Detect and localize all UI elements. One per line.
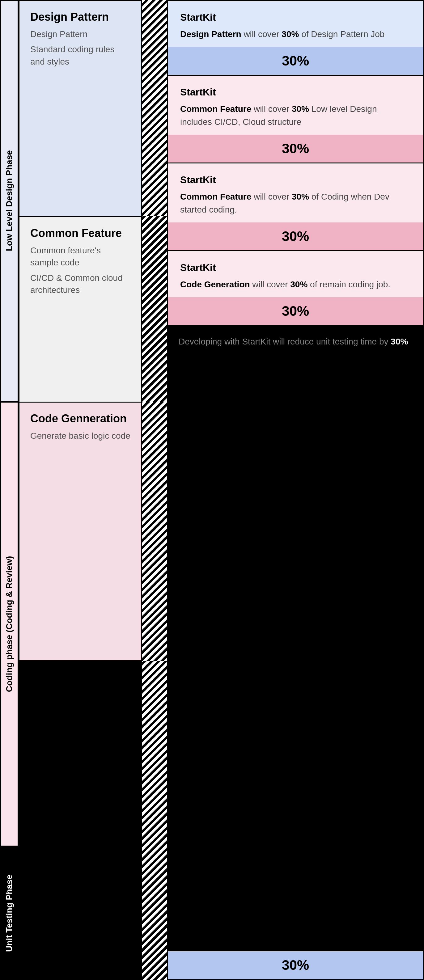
desc-design-pattern-text-area: StartKit Design Pattern will cover 30% o… — [168, 1, 423, 47]
design-pattern-card: Design Pattern Design Pattern Standard c… — [19, 0, 142, 216]
cards-column: Design Pattern Design Pattern Standard c… — [19, 0, 142, 980]
design-pattern-subtitle: Design Pattern — [30, 28, 131, 40]
desc-code-generation-text-area: StartKit Code Generation will cover 30% … — [168, 251, 423, 297]
unit-testing-spacer — [19, 661, 142, 980]
desc-common-feature-coding-text: Common Feature will cover 30% of Coding … — [180, 190, 411, 216]
desc-code-generation-percent: 30% — [290, 280, 308, 289]
desc-code-generation-percent-bar: 30% — [168, 297, 423, 325]
desc-unit-testing-bold: 30% — [391, 337, 408, 346]
stripe-divider — [142, 0, 167, 980]
code-generation-card: Code Genneration Generate basic logic co… — [19, 402, 142, 661]
desc-common-feature-coding-percent: 30% — [292, 192, 309, 201]
desc-common-feature-coding-bold: Common Feature — [180, 192, 251, 201]
desc-design-pattern-text: Design Pattern will cover 30% of Design … — [180, 28, 411, 41]
design-pattern-title: Design Pattern — [30, 10, 131, 24]
desc-design-pattern: StartKit Design Pattern will cover 30% o… — [167, 0, 424, 75]
phase-labels: Low Level Design Phase Coding phase (Cod… — [0, 0, 19, 980]
desc-unit-testing-text-area: Developing with StartKit will reduce uni… — [168, 326, 423, 951]
desc-common-feature-low-label: StartKit — [180, 86, 411, 98]
desc-unit-testing-text: Developing with StartKit will reduce uni… — [179, 335, 412, 348]
desc-common-feature-coding-percent-bar: 30% — [168, 223, 423, 250]
common-feature-title: Common Feature — [30, 226, 131, 240]
desc-design-pattern-bold: Design Pattern — [180, 29, 241, 39]
desc-unit-testing-percent-bar: 30% — [168, 951, 423, 979]
desc-common-feature-low-bold: Common Feature — [180, 104, 251, 114]
desc-common-feature-coding-label: StartKit — [180, 174, 411, 186]
desc-common-feature-low-text: Common Feature will cover 30% Low level … — [180, 103, 411, 129]
common-feature-desc: CI/CD & Common cloud architectures — [30, 272, 131, 296]
desc-code-generation: StartKit Code Generation will cover 30% … — [167, 250, 424, 325]
unit-testing-phase-label: Unit Testing Phase — [0, 846, 19, 980]
code-generation-desc: Generate basic logic code — [30, 430, 131, 442]
desc-common-feature-low-percent-bar: 30% — [168, 135, 423, 162]
common-feature-card: Common Feature Common feature's sample c… — [19, 216, 142, 402]
desc-code-generation-text: Code Generation will cover 30% of remain… — [180, 278, 411, 291]
desc-code-generation-label: StartKit — [180, 262, 411, 274]
stripe-unit — [142, 661, 167, 980]
desc-common-feature-low-percent: 30% — [292, 104, 309, 114]
page-container: Low Level Design Phase Coding phase (Cod… — [0, 0, 424, 980]
descriptions-column: StartKit Design Pattern will cover 30% o… — [167, 0, 424, 980]
desc-code-generation-bold: Code Generation — [180, 280, 250, 289]
main-content: Design Pattern Design Pattern Standard c… — [19, 0, 424, 980]
desc-common-feature-coding-text-area: StartKit Common Feature will cover 30% o… — [168, 164, 423, 223]
desc-design-pattern-label: StartKit — [180, 12, 411, 23]
low-level-phase-label: Low Level Design Phase — [0, 0, 19, 402]
design-pattern-desc: Standard coding rules and styles — [30, 43, 131, 67]
desc-design-pattern-percent-bar: 30% — [168, 47, 423, 75]
desc-common-feature-coding: StartKit Common Feature will cover 30% o… — [167, 162, 424, 250]
stripe-coding — [142, 402, 167, 661]
desc-common-feature-low-text-area: StartKit Common Feature will cover 30% L… — [168, 76, 423, 135]
desc-design-pattern-percent-inline: 30% — [282, 29, 299, 39]
desc-common-feature-low: StartKit Common Feature will cover 30% L… — [167, 75, 424, 162]
coding-phase-label: Coding phase (Coding & Review) — [0, 402, 19, 846]
stripe-low-level-1 — [142, 0, 167, 216]
common-feature-subtitle: Common feature's sample code — [30, 244, 131, 269]
code-generation-title: Code Genneration — [30, 412, 131, 425]
desc-unit-testing: Developing with StartKit will reduce uni… — [167, 325, 424, 980]
stripe-low-level-2 — [142, 216, 167, 402]
